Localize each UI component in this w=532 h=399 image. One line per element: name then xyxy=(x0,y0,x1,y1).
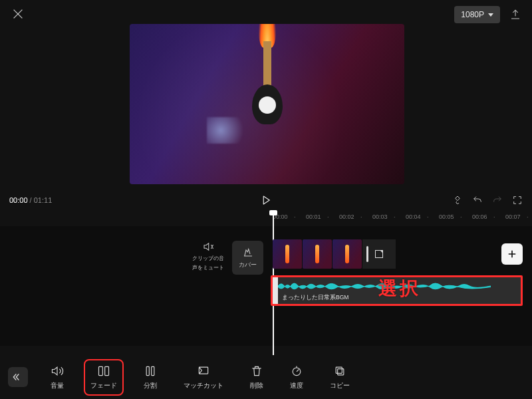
ruler-tick: 00:03 xyxy=(372,213,388,220)
redo-button[interactable] xyxy=(492,195,503,205)
tool-copy[interactable]: コピー xyxy=(326,362,354,393)
time-current: 00:00 xyxy=(9,196,28,204)
keyframe-icon[interactable] xyxy=(452,195,463,205)
chevron-down-icon xyxy=(488,13,493,17)
tool-delete[interactable]: 削除 xyxy=(246,362,267,393)
tool-split[interactable]: 分割 xyxy=(140,362,161,393)
svg-rect-0 xyxy=(99,366,103,375)
svg-rect-6 xyxy=(338,368,344,374)
tool-matchcut[interactable]: マッチカット xyxy=(180,362,227,393)
resolution-label: 1080P xyxy=(461,10,484,19)
svg-rect-1 xyxy=(105,366,109,375)
clip-thumbnail xyxy=(332,239,362,269)
clip-thumbnail xyxy=(273,239,302,269)
tool-label: 削除 xyxy=(250,381,263,390)
play-button[interactable] xyxy=(260,194,272,206)
time-total: 01:11 xyxy=(34,196,53,204)
clip-end-card[interactable] xyxy=(362,239,396,269)
endcard-icon xyxy=(375,250,383,258)
ruler-tick: 00:01 xyxy=(306,213,321,220)
tool-speed[interactable]: 速度 xyxy=(286,362,307,393)
svg-point-5 xyxy=(293,368,301,376)
guitar-graphic xyxy=(252,84,283,124)
svg-rect-2 xyxy=(146,366,149,375)
ruler-tick: 00:07 xyxy=(505,213,521,220)
timeline: クリップの音 声をミュート カバー まったりした xyxy=(0,226,532,346)
clip-handle-left[interactable] xyxy=(273,277,278,304)
ruler-tick: 00:02 xyxy=(339,213,354,220)
waveform xyxy=(278,281,491,291)
video-track[interactable] xyxy=(273,239,523,269)
audio-clip-selected[interactable]: まったりした日常系BGM 選択 xyxy=(271,275,523,306)
tool-label: マッチカット xyxy=(184,381,223,390)
video-preview[interactable] xyxy=(130,24,404,184)
close-button[interactable] xyxy=(11,7,27,23)
timeline-ruler[interactable]: 00:00·00:01·00:02·00:03·00:04·00:05·00:0… xyxy=(0,213,532,224)
ruler-tick: 00:05 xyxy=(439,213,454,220)
tool-label: コピー xyxy=(330,381,350,390)
tool-label: フェード xyxy=(90,381,117,390)
tool-fade[interactable]: フェード xyxy=(86,362,121,393)
cover-label: カバー xyxy=(239,261,257,269)
tool-label: 速度 xyxy=(290,381,303,390)
collapse-toolbar-button[interactable] xyxy=(8,367,28,387)
tool-label: 音量 xyxy=(51,381,64,390)
ruler-tick: 00:06 xyxy=(472,213,487,220)
resolution-dropdown[interactable]: 1080P xyxy=(454,6,500,23)
tool-label: 分割 xyxy=(144,381,157,390)
mute-clip-audio-button[interactable]: クリップの音 声をミュート xyxy=(192,241,224,271)
transport-bar: 00:00 / 01:11 xyxy=(0,190,532,210)
ruler-tick: 00:04 xyxy=(406,213,421,220)
fullscreen-button[interactable] xyxy=(512,195,523,205)
svg-rect-7 xyxy=(336,367,342,373)
bottom-toolbar: 音量フェード分割マッチカット削除速度コピー xyxy=(0,355,532,399)
add-clip-button[interactable] xyxy=(501,243,523,265)
clip-thumbnail xyxy=(303,239,332,269)
undo-button[interactable] xyxy=(472,195,483,205)
svg-rect-3 xyxy=(152,366,154,375)
cover-button[interactable]: カバー xyxy=(232,241,263,275)
tool-volume[interactable]: 音量 xyxy=(47,362,68,393)
export-button[interactable] xyxy=(509,9,521,21)
audio-clip-title: まったりした日常系BGM xyxy=(282,294,348,302)
